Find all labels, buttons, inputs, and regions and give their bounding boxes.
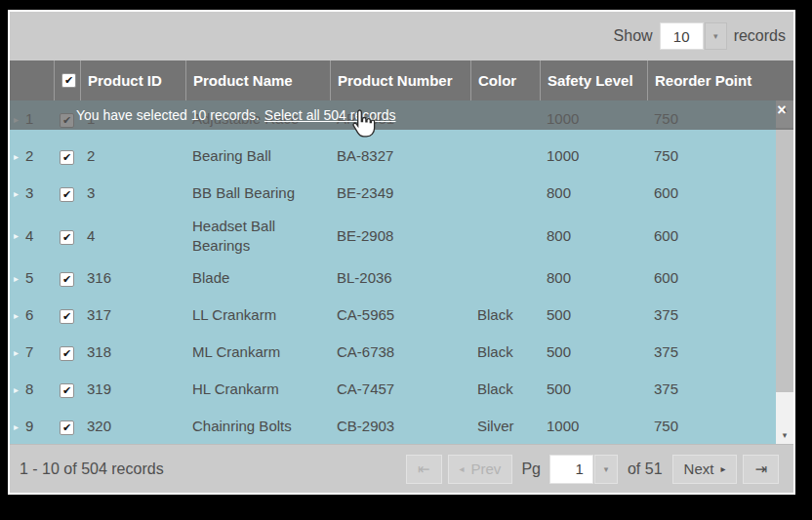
- cell-product-id: 317: [80, 300, 185, 330]
- row-checkbox-cell: ✔: [54, 179, 80, 208]
- cell-color: [470, 231, 540, 241]
- page-size-input[interactable]: [660, 22, 704, 50]
- row-checkbox-cell: ✔: [54, 141, 80, 171]
- show-label: Show: [614, 27, 653, 45]
- table-row[interactable]: ▸ 9 ✔ 320 Chainring Bolts CB-2903 Silver…: [10, 408, 776, 444]
- first-page-button[interactable]: ⇤: [406, 455, 442, 484]
- cell-product-id: 318: [80, 338, 185, 367]
- row-checkbox[interactable]: ✔: [60, 150, 74, 165]
- table-row[interactable]: ▸ 5 ✔ 316 Blade BL-2036 800 600: [10, 260, 776, 297]
- scrollbar-thumb[interactable]: [776, 128, 793, 392]
- cell-reorder-point: 600: [647, 221, 776, 251]
- expand-arrow-icon[interactable]: ▸: [14, 346, 19, 359]
- row-checkbox[interactable]: ✔: [60, 420, 74, 435]
- page-size-toolbar: Show ▾ records: [10, 12, 793, 60]
- row-number: 9: [25, 417, 33, 436]
- cell-reorder-point: 750: [647, 412, 776, 441]
- cell-reorder-point: 375: [647, 338, 776, 367]
- page-size-dropdown-button[interactable]: ▾: [705, 22, 727, 50]
- row-expander-cell: ▸ 7: [10, 338, 54, 367]
- cell-product-id: 2: [80, 141, 185, 171]
- row-number: 3: [25, 183, 33, 203]
- next-arrow-icon: ▸: [720, 463, 725, 474]
- page-number-input[interactable]: [549, 455, 593, 484]
- cell-product-name: Headset Ball Bearings: [185, 212, 330, 260]
- table-body: ▸ 1 ✔ 1 Adjustable Race AR-5381 1000 750…: [10, 100, 793, 444]
- expand-arrow-icon[interactable]: ▸: [14, 272, 19, 285]
- cell-product-number: BE-2349: [330, 179, 470, 208]
- row-checkbox[interactable]: ✔: [60, 346, 74, 361]
- cell-product-number: CB-2903: [330, 412, 470, 441]
- column-header-reorder-point[interactable]: Reorder Point: [647, 60, 793, 100]
- cell-product-number: CA-5965: [330, 300, 470, 330]
- next-page-button[interactable]: Next ▸: [672, 455, 738, 484]
- cell-safety-level: 500: [540, 375, 647, 404]
- table-row[interactable]: ▸ 8 ✔ 319 HL Crankarm CA-7457 Black 500 …: [10, 371, 776, 408]
- last-page-icon: ⇥: [754, 460, 767, 478]
- table-header-row: ✔ Product ID Product Name Product Number…: [10, 60, 793, 100]
- cell-product-id: 319: [80, 375, 185, 404]
- table-row[interactable]: ▸ 3 ✔ 3 BB Ball Bearing BE-2349 800 600: [10, 175, 776, 212]
- column-header-product-id[interactable]: Product ID: [80, 60, 185, 100]
- row-expander-cell: ▸ 9: [10, 412, 54, 441]
- next-label: Next: [684, 460, 714, 477]
- page-dropdown-button[interactable]: ▾: [594, 455, 618, 484]
- select-all-link[interactable]: Select all 504 records: [264, 107, 396, 123]
- prev-page-button[interactable]: ◂ Prev: [448, 455, 513, 484]
- row-expander-cell: ▸ 2: [10, 141, 54, 171]
- cell-product-name: HL Crankarm: [185, 375, 330, 404]
- expand-arrow-icon[interactable]: ▸: [14, 187, 19, 200]
- table-row[interactable]: ▸ 4 ✔ 4 Headset Ball Bearings BE-2908 80…: [10, 212, 776, 260]
- row-number: 8: [25, 380, 33, 399]
- column-header-product-name[interactable]: Product Name: [185, 60, 330, 100]
- cell-safety-level: 800: [540, 263, 647, 293]
- expand-arrow-icon[interactable]: ▸: [14, 229, 19, 242]
- row-checkbox[interactable]: ✔: [60, 230, 74, 245]
- cell-product-number: BE-2908: [330, 221, 470, 251]
- expand-arrow-icon[interactable]: ▸: [14, 309, 19, 322]
- last-page-button[interactable]: ⇥: [743, 455, 779, 484]
- scrollbar-down-icon[interactable]: ▾: [776, 426, 793, 444]
- vertical-scrollbar[interactable]: ▴ ▾: [776, 100, 793, 444]
- cell-product-number: CA-6738: [330, 338, 470, 367]
- row-expander-cell: ▸ 6: [10, 300, 54, 330]
- row-checkbox[interactable]: ✔: [60, 272, 74, 287]
- cell-product-name: Blade: [185, 263, 330, 293]
- cell-color: Black: [470, 375, 540, 404]
- column-header-safety-level[interactable]: Safety Level: [540, 60, 647, 100]
- column-header-color[interactable]: Color: [470, 60, 540, 100]
- cell-reorder-point: 375: [647, 300, 776, 330]
- expand-arrow-icon[interactable]: ▸: [14, 150, 19, 163]
- row-checkbox[interactable]: ✔: [60, 309, 74, 324]
- prev-arrow-icon: ◂: [460, 463, 465, 474]
- row-number: 6: [25, 305, 33, 325]
- select-all-checkbox[interactable]: ✔: [61, 73, 76, 88]
- header-expander-column: [10, 60, 54, 100]
- table-row[interactable]: ▸ 6 ✔ 317 LL Crankarm CA-5965 Black 500 …: [10, 297, 776, 334]
- row-expander-cell: ▸ 8: [10, 375, 54, 404]
- expand-arrow-icon[interactable]: ▸: [14, 420, 19, 433]
- pager-footer: 1 - 10 of 504 records ⇤ ◂ Prev Pg ▾ of 5…: [10, 444, 793, 493]
- cell-safety-level: 800: [540, 179, 647, 208]
- row-expander-cell: ▸ 5: [10, 263, 54, 293]
- cell-safety-level: 1000: [540, 412, 647, 441]
- cell-color: Black: [470, 300, 540, 330]
- cell-product-id: 3: [80, 179, 185, 208]
- cell-safety-level: 1000: [540, 141, 647, 171]
- expand-arrow-icon[interactable]: ▸: [14, 383, 19, 396]
- cell-product-name: Bearing Ball: [185, 141, 330, 171]
- cell-color: [470, 273, 540, 283]
- cell-product-id: 320: [80, 412, 185, 441]
- column-header-product-number[interactable]: Product Number: [330, 60, 470, 100]
- cell-product-number: CA-7457: [330, 375, 470, 404]
- row-checkbox-cell: ✔: [54, 412, 80, 441]
- cell-product-name: ML Crankarm: [185, 338, 330, 367]
- row-checkbox[interactable]: ✔: [60, 383, 74, 398]
- table-row[interactable]: ▸ 2 ✔ 2 Bearing Ball BA-8327 1000 750: [10, 138, 776, 175]
- close-icon[interactable]: ×: [774, 101, 790, 119]
- table-row[interactable]: ▸ 7 ✔ 318 ML Crankarm CA-6738 Black 500 …: [10, 334, 776, 371]
- row-checkbox[interactable]: ✔: [60, 187, 74, 202]
- cell-safety-level: 500: [540, 300, 647, 330]
- cell-reorder-point: 600: [647, 263, 776, 293]
- cell-product-number: BA-8327: [330, 141, 470, 171]
